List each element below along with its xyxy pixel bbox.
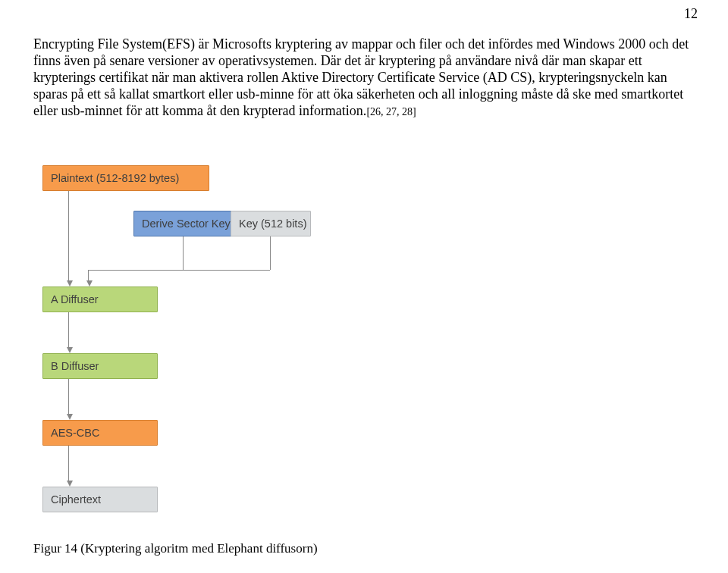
paragraph-text: Encrypting File System(EFS) är Microsoft… [33,36,689,118]
body-paragraph: Encrypting File System(EFS) är Microsoft… [33,36,693,120]
stage-label: Key (512 bits) [239,218,306,230]
stage-b-diffuser: B Diffuser [42,353,158,379]
edge-derive-down [183,236,184,270]
arrowhead-down-icon [67,481,73,487]
stage-ciphertext: Ciphertext [42,487,158,512]
stage-derive-sector-key: Derive Sector Key [133,211,232,236]
arrowhead-down-icon [86,280,93,286]
stage-key: Key (512 bits) [231,211,311,236]
reference-marker: [26, 27, 28] [366,106,416,117]
arrowhead-down-icon [67,280,73,286]
stage-label: AES-CBC [51,427,99,439]
stage-label: Derive Sector Key [142,218,231,230]
stage-label: B Diffuser [51,360,99,372]
stage-label: Ciphertext [51,493,101,506]
stage-label: A Diffuser [51,293,99,305]
edge-merge-horizontal [88,270,270,271]
arrowhead-down-icon [67,414,73,420]
edge-adiffuser-bdiffuser [68,312,69,347]
edge-plaintext-adiffuser [68,191,69,280]
edge-key-down [270,236,271,270]
arrowhead-down-icon [67,347,73,353]
stage-plaintext: Plaintext (512-8192 bytes) [42,165,209,191]
stage-aes-cbc: AES-CBC [42,420,158,446]
figure-caption: Figur 14 (Kryptering algoritm med Elepha… [33,541,318,556]
stage-a-diffuser: A Diffuser [42,286,158,312]
encryption-flow-diagram: Plaintext (512-8192 bytes) Derive Sector… [42,165,437,521]
page-number: 12 [684,6,698,22]
edge-merge-drop [88,270,89,280]
edge-bdiffuser-aescbc [68,379,69,414]
stage-label: Plaintext (512-8192 bytes) [51,172,179,184]
edge-aescbc-ciphertext [68,446,69,481]
